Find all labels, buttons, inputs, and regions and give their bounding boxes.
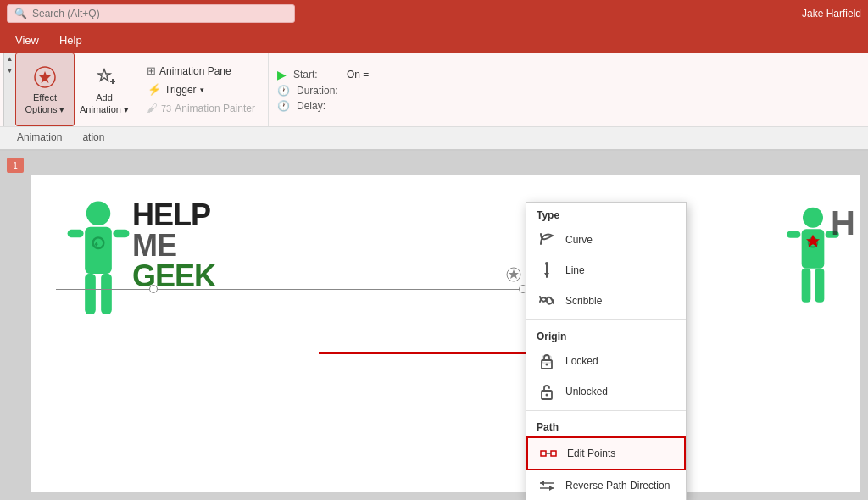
type-section-header: Type — [526, 203, 686, 225]
line-icon — [537, 260, 557, 281]
dropdown-item-locked[interactable]: Locked — [526, 346, 686, 376]
svg-rect-6 — [113, 230, 129, 238]
main-area: 1 ♦ HELP — [0, 151, 868, 500]
svg-point-20 — [545, 262, 548, 265]
divider-1 — [526, 319, 686, 320]
svg-rect-5 — [68, 230, 84, 238]
curve-icon — [537, 230, 557, 250]
search-input[interactable] — [32, 8, 270, 19]
start-label: Start: — [293, 69, 340, 81]
edit-points-label: Edit Points — [567, 447, 615, 459]
slide-number: 1 — [7, 158, 24, 173]
timing-duration-row: 🕐 Duration: — [277, 85, 369, 97]
menu-help[interactable]: Help — [51, 31, 91, 50]
dropdown-item-line[interactable]: Line — [526, 255, 686, 286]
svg-rect-27 — [541, 451, 546, 456]
origin-section-header: Origin — [526, 324, 686, 346]
edit-points-icon — [538, 443, 559, 464]
menu-view[interactable]: View — [7, 31, 47, 50]
trigger-dropdown-icon: ▾ — [200, 86, 204, 94]
tab-advanced-animation[interactable]: ation — [72, 128, 114, 148]
start-value: On = — [347, 69, 369, 81]
animation-pane-button[interactable]: ⊞ Animation Pane — [144, 64, 258, 78]
svg-text:♦: ♦ — [94, 239, 98, 248]
effect-options-button[interactable]: EffectOptions ▾ — [15, 53, 75, 126]
add-animation-icon — [91, 64, 118, 91]
right-h-letter: H — [831, 204, 855, 242]
scribble-icon — [537, 291, 557, 311]
scribble-label: Scribble — [565, 295, 602, 307]
path-section-header: Path — [526, 414, 686, 436]
hdg-text-block: HELP ME GEEK — [132, 200, 215, 292]
timing-start-row: ▶ Start: On = — [277, 68, 369, 81]
svg-point-26 — [546, 394, 548, 397]
tab-bar: Animation ation — [0, 127, 868, 151]
trigger-button[interactable]: ⚡ Trigger ▾ — [144, 81, 258, 97]
animation-pane-icon: ⊞ — [147, 64, 156, 77]
duration-label: Duration: — [297, 85, 343, 97]
unlocked-label: Unlocked — [565, 386, 608, 397]
divider-2 — [526, 410, 686, 411]
lightning-icon: ⚡ — [147, 83, 161, 96]
dropdown-item-edit-points[interactable]: Edit Points — [526, 436, 686, 470]
title-bar: 🔍 Jake Harfield — [0, 0, 868, 27]
effect-options-icon — [31, 64, 58, 91]
help-text: HELP — [132, 200, 215, 231]
svg-rect-4 — [85, 227, 112, 274]
svg-marker-21 — [544, 273, 549, 277]
path-start-marker — [505, 266, 522, 283]
timing-section: ▶ Start: On = 🕐 Duration: 🕐 Delay: — [269, 53, 377, 126]
animation-pane-label: Animation Pane — [159, 65, 231, 77]
reverse-path-label: Reverse Path Direction — [565, 480, 670, 492]
add-animation-button[interactable]: AddAnimation ▾ — [75, 53, 134, 126]
search-box[interactable]: 🔍 — [7, 4, 295, 23]
scroll-down[interactable]: ▼ — [4, 64, 16, 76]
delay-clock-icon: 🕐 — [277, 100, 290, 112]
arrow-line — [319, 352, 541, 354]
duration-clock-icon: 🕐 — [277, 85, 290, 97]
effect-options-dropdown: Type Curve Line — [526, 202, 687, 500]
slide-panel: 1 ♦ HELP — [0, 151, 868, 500]
line-label: Line — [565, 264, 585, 276]
animation-painter-label: Animation Painter — [175, 103, 255, 114]
animation-painter-button[interactable]: 🖌 73 Animation Painter — [144, 101, 258, 115]
trigger-label: Trigger — [164, 84, 197, 96]
dropdown-item-unlocked[interactable]: Unlocked — [526, 376, 686, 407]
svg-rect-8 — [101, 274, 112, 314]
play-icon: ▶ — [277, 68, 287, 81]
svg-marker-31 — [540, 481, 544, 486]
person-figure-left: ♦ — [56, 200, 141, 361]
geek-text: GEEK — [132, 261, 215, 292]
dropdown-item-curve[interactable]: Curve — [526, 225, 686, 255]
dropdown-item-scribble[interactable]: Scribble — [526, 286, 686, 316]
search-icon: 🔍 — [14, 8, 27, 19]
timing-delay-row: 🕐 Delay: — [277, 100, 369, 112]
user-name: Jake Harfield — [802, 8, 861, 19]
dropdown-item-reverse-path[interactable]: Reverse Path Direction — [526, 470, 686, 500]
effect-options-label: EffectOptions ▾ — [25, 92, 65, 114]
add-animation-label: AddAnimation ▾ — [80, 92, 129, 114]
scroll-up[interactable]: ▲ — [4, 53, 16, 64]
animation-path-line — [56, 289, 548, 290]
brush-icon: 🖌 — [147, 102, 158, 114]
curve-label: Curve — [565, 234, 593, 246]
svg-rect-17 — [815, 269, 825, 303]
menu-bar: View Help — [0, 27, 868, 53]
path-start-circle — [149, 285, 158, 293]
svg-rect-28 — [551, 451, 556, 456]
tab-animation[interactable]: Animation — [7, 128, 72, 148]
svg-point-3 — [86, 202, 111, 226]
delay-label: Delay: — [297, 100, 343, 112]
me-text: ME — [132, 231, 215, 261]
locked-label: Locked — [565, 355, 598, 367]
reverse-path-icon — [537, 475, 557, 496]
ribbon: ▲ ▼ EffectOptions ▾ AddAnimation ▾ ⊞ Ani… — [0, 53, 868, 127]
svg-marker-33 — [549, 486, 554, 491]
svg-point-23 — [546, 364, 548, 366]
svg-rect-14 — [787, 231, 800, 238]
animation-painter-number: 73 — [161, 103, 171, 114]
svg-rect-16 — [802, 269, 811, 303]
red-arrow — [319, 344, 556, 361]
svg-point-12 — [803, 208, 823, 228]
unlocked-icon — [537, 381, 557, 402]
